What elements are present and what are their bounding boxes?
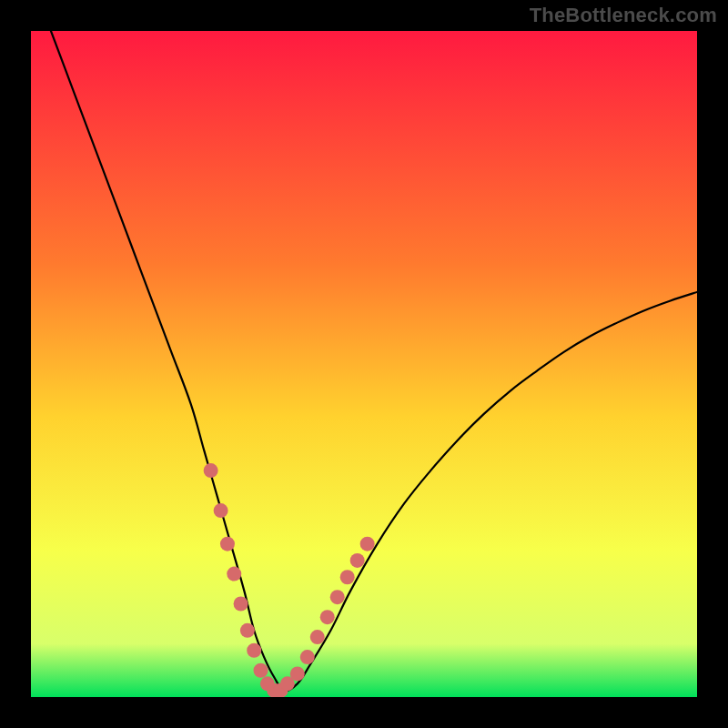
plot-area bbox=[31, 31, 697, 697]
marker-point bbox=[204, 463, 218, 478]
marker-point bbox=[350, 553, 365, 568]
bottleneck-chart bbox=[31, 31, 697, 697]
chart-frame: TheBottleneck.com bbox=[0, 0, 728, 728]
marker-point bbox=[330, 590, 345, 604]
marker-point bbox=[240, 623, 255, 638]
marker-point bbox=[360, 537, 375, 551]
marker-point bbox=[340, 570, 355, 584]
marker-point bbox=[300, 650, 315, 664]
marker-point bbox=[220, 537, 235, 551]
gradient-background bbox=[31, 31, 697, 697]
marker-point bbox=[290, 666, 305, 681]
watermark-text: TheBottleneck.com bbox=[530, 4, 717, 27]
marker-point bbox=[227, 567, 241, 581]
marker-point bbox=[247, 643, 261, 658]
marker-point bbox=[234, 597, 248, 612]
marker-point bbox=[320, 610, 335, 624]
marker-point bbox=[214, 503, 228, 518]
marker-point bbox=[310, 630, 325, 644]
marker-point bbox=[254, 663, 268, 678]
